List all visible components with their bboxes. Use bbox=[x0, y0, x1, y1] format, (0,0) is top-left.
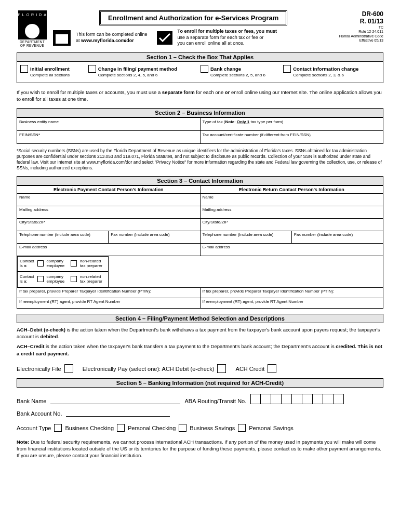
field-return-fax[interactable]: Fax number (include area code) bbox=[291, 231, 383, 243]
label-bank-name: Bank Name bbox=[17, 398, 46, 404]
field-payment-rt[interactable]: If reemployment (RT) agent, provide RT A… bbox=[17, 298, 201, 308]
multiple-tax-text: To enroll for multiple taxes or fees, yo… bbox=[178, 29, 277, 47]
form-title: Enrollment and Authorization for e-Servi… bbox=[99, 10, 287, 25]
field-return-phone[interactable]: Telephone number (include area code) bbox=[200, 231, 291, 243]
field-payment-mailing[interactable]: Mailing address bbox=[17, 206, 201, 218]
multiple-tax-paragraph: If you wish to enroll for multiple taxes… bbox=[17, 89, 383, 103]
label-aba: ABA Routing/Transit No. bbox=[184, 398, 246, 404]
section-3-table: Electronic Payment Contact Person's Info… bbox=[17, 185, 383, 309]
field-payment-city[interactable]: City/State/ZIP bbox=[17, 218, 201, 231]
section-1-header: Section 1 – Check the Box That Applies bbox=[17, 52, 383, 62]
section-4-header: Section 4 – Filing/Payment Method Select… bbox=[17, 314, 383, 323]
checkbox-contact-change[interactable] bbox=[283, 65, 291, 73]
field-business-entity-name[interactable]: Business entity name bbox=[17, 117, 201, 130]
filing-payment-selection: Electronically File Electronically Pay (… bbox=[17, 364, 383, 373]
section-1-options: Initial enrollment Complete all sections… bbox=[17, 62, 383, 83]
checkbox-ach-debit[interactable] bbox=[217, 364, 226, 373]
field-return-name[interactable]: Name bbox=[200, 193, 383, 206]
form-header: FLORIDA DEPARTMENTOF REVENUE Enrollment … bbox=[17, 10, 383, 47]
florida-dor-logo: FLORIDA DEPARTMENTOF REVENUE bbox=[17, 10, 48, 47]
field-tax-type[interactable]: Type of tax (Note: Only 1 tax type per f… bbox=[200, 117, 383, 130]
field-return-rt[interactable]: If reemployment (RT) agent, provide RT A… bbox=[200, 298, 383, 308]
field-bank-account[interactable] bbox=[66, 410, 170, 417]
ssn-disclosure-note: *Social security numbers (SSNs) are used… bbox=[17, 148, 383, 171]
field-bank-name[interactable] bbox=[50, 398, 180, 404]
field-fein-ssn[interactable]: FEIN/SSN* bbox=[17, 130, 201, 143]
field-payment-email[interactable]: E-mail address bbox=[17, 243, 201, 256]
checkbox-personal-savings[interactable] bbox=[238, 424, 246, 432]
checkbox-ach-credit[interactable] bbox=[268, 364, 276, 373]
checkbox-electronically-file[interactable] bbox=[64, 364, 73, 373]
account-type-row: Account Type Business Checking Personal … bbox=[17, 424, 383, 432]
section-2-table: Business entity name Type of tax (Note: … bbox=[17, 117, 383, 144]
logo-sun-icon bbox=[18, 20, 47, 39]
checkmark-icon bbox=[157, 31, 172, 45]
checkbox-payment-preparer[interactable] bbox=[71, 260, 77, 267]
checkbox-return-preparer[interactable] bbox=[71, 276, 77, 282]
checkbox-business-checking[interactable] bbox=[54, 424, 62, 432]
field-payment-ptin[interactable]: If tax preparer, provide Preparer Taxpay… bbox=[17, 287, 201, 298]
checkbox-return-employee[interactable] bbox=[37, 276, 44, 282]
section-3-header: Section 3 – Contact Information bbox=[17, 176, 383, 185]
field-tax-account-number[interactable]: Tax account/certificate number (if diffe… bbox=[200, 130, 383, 143]
form-number-block: DR-600 R. 01/13 TC Rule 12-24.011 Florid… bbox=[339, 10, 383, 43]
field-return-city[interactable]: City/State/ZIP bbox=[200, 218, 383, 231]
computer-icon bbox=[53, 30, 71, 46]
col-return-contact: Electronic Return Contact Person's Infor… bbox=[200, 185, 383, 193]
checkbox-business-savings[interactable] bbox=[179, 424, 186, 432]
international-ach-note: Note: Due to federal security requiremen… bbox=[17, 439, 383, 459]
field-return-email[interactable]: E-mail address bbox=[200, 243, 383, 256]
field-aba-routing[interactable] bbox=[250, 394, 344, 404]
return-contact-type: Contact is a: company employee non-relat… bbox=[17, 272, 109, 287]
col-payment-contact: Electronic Payment Contact Person's Info… bbox=[17, 185, 201, 193]
checkbox-initial-enrollment[interactable] bbox=[20, 65, 28, 73]
checkbox-bank-change[interactable] bbox=[201, 65, 208, 73]
logo-word: FLORIDA bbox=[18, 10, 47, 20]
section-5-header: Section 5 – Banking Information (not req… bbox=[17, 378, 383, 388]
ach-debit-description: ACH–Debit (e-check) is the action taken … bbox=[17, 326, 383, 340]
section-2-header: Section 2 – Business Information bbox=[17, 108, 383, 117]
field-payment-fax[interactable]: Fax number (include area code) bbox=[109, 231, 200, 243]
field-payment-name[interactable]: Name bbox=[17, 193, 201, 206]
payment-contact-type: Contact is a: company employee non-relat… bbox=[17, 256, 109, 272]
field-payment-phone[interactable]: Telephone number (include area code) bbox=[17, 231, 109, 243]
checkbox-payment-employee[interactable] bbox=[37, 260, 44, 267]
ach-credit-description: ACH–Credit is the action taken when the … bbox=[17, 343, 383, 357]
online-completion-text: This form can be completed onlineat www.… bbox=[76, 32, 148, 44]
label-bank-account: Bank Account No. bbox=[17, 410, 62, 417]
checkbox-change-filing[interactable] bbox=[88, 65, 96, 73]
logo-dept: DEPARTMENTOF REVENUE bbox=[18, 39, 47, 47]
field-return-mailing[interactable]: Mailing address bbox=[200, 206, 383, 218]
checkbox-personal-checking[interactable] bbox=[117, 424, 125, 432]
field-return-ptin[interactable]: If tax preparer, provide Preparer Taxpay… bbox=[200, 287, 383, 298]
